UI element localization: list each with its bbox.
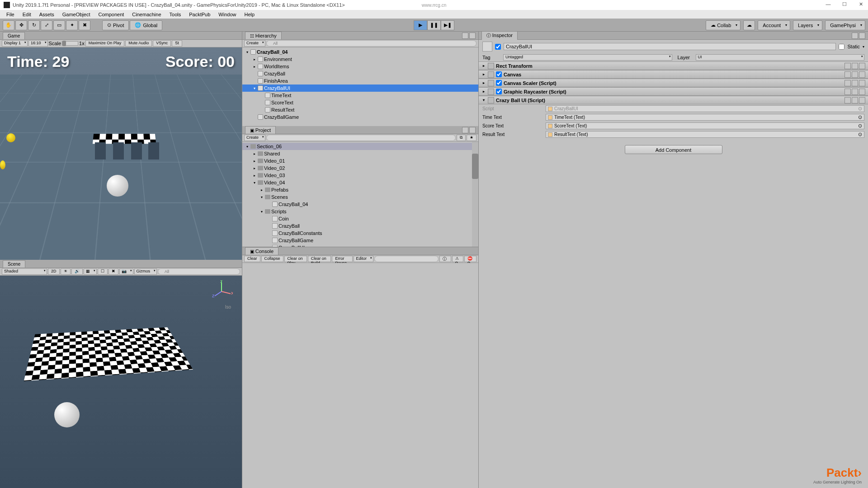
expand-arrow-icon[interactable]: ▸ [252,166,257,170]
project-scrollbar[interactable] [472,142,478,247]
expand-arrow-icon[interactable]: ▸ [252,65,257,69]
project-item[interactable]: ▸Prefabs [242,186,478,193]
gear-icon[interactable] [859,97,865,103]
component-enable-checkbox[interactable] [496,71,502,77]
hierarchy-search[interactable] [266,40,476,47]
inspector-tab[interactable]: ⓘ Inspector [481,31,518,40]
minimize-button[interactable]: — [825,1,832,9]
project-filter-1[interactable]: ⧉ [457,135,466,141]
property-field[interactable]: ScoreText (Text)⊙ [546,122,864,129]
gear-icon[interactable] [859,71,865,78]
console-search[interactable] [374,256,439,262]
console-error-pause[interactable]: Error Pause [332,256,353,262]
property-field[interactable]: ResultText (Text)⊙ [546,131,864,138]
scale-slider[interactable] [62,41,78,46]
component-enable-checkbox[interactable] [496,89,502,94]
aspect-dropdown[interactable]: 16:10 [28,40,48,47]
close-button[interactable]: ✕ [857,1,864,9]
gameobject-name-field[interactable] [504,43,836,50]
hierarchy-lock-icon[interactable] [462,33,468,39]
2d-toggle[interactable]: 2D [48,268,60,275]
console-tab[interactable]: ▣ Console [245,247,278,255]
pause-button[interactable]: ❚❚ [427,20,441,30]
menu-edit[interactable]: Edit [19,11,35,18]
preset-icon[interactable] [852,71,858,78]
project-item[interactable]: CrazyBallUI [242,244,478,247]
account-dropdown[interactable]: Account [758,20,790,30]
step-button[interactable]: ▶❚ [441,20,454,30]
layer-dropdown[interactable]: UI [696,54,865,61]
component-enable-checkbox[interactable] [496,80,502,86]
orientation-gizmo[interactable]: yxz [210,280,233,303]
hierarchy-tab[interactable]: ☷ Hierarchy [245,32,282,39]
help-icon[interactable] [844,63,851,69]
console-info-count[interactable]: ⓘ 0 [439,256,451,262]
console-clear-build[interactable]: Clear on Build [308,256,331,262]
custom-tool[interactable]: ✖ [79,20,90,30]
expand-arrow-icon[interactable]: ▸ [252,152,257,156]
hierarchy-menu-icon[interactable] [469,33,476,39]
game-viewport[interactable]: Time: 29 Score: 00 [0,47,242,260]
add-component-button[interactable]: Add Component [625,145,722,154]
rotate-tool[interactable]: ↻ [28,20,40,30]
menu-gameobject[interactable]: GameObject [59,11,94,18]
expand-arrow-icon[interactable]: ▾ [252,181,257,185]
hierarchy-item[interactable]: ▾CrazyBallUI [242,84,478,92]
tag-dropdown[interactable]: Untagged [503,54,672,61]
console-editor[interactable]: Editor [354,256,373,262]
project-tab[interactable]: ▣ Project [245,126,276,134]
expand-arrow-icon[interactable]: ▸ [481,72,486,76]
console-clear[interactable]: Clear [244,256,260,262]
menu-packtpub[interactable]: PacktPub [185,11,214,18]
layout-dropdown[interactable]: GamePhysi [825,20,865,30]
menu-file[interactable]: File [3,11,18,18]
help-icon[interactable] [844,80,851,86]
project-search[interactable] [266,135,456,141]
hierarchy-item[interactable]: CrazyBallGame [242,113,478,121]
project-item[interactable]: CrazyBallGame [242,237,478,244]
expand-arrow-icon[interactable]: ▸ [481,64,486,68]
hierarchy-item[interactable]: ScoreText [242,99,478,106]
expand-arrow-icon[interactable]: ▸ [252,57,257,61]
project-item[interactable]: CrazyBall_04 [242,201,478,208]
audio-toggle[interactable]: 🔊 [71,268,83,275]
scene-viewport[interactable]: yxz Iso [0,276,242,488]
component-header[interactable]: ▸ Graphic Raycaster (Script) [479,88,868,96]
console-error-count[interactable]: ⛔ 0 [464,256,476,262]
expand-arrow-icon[interactable]: ▸ [481,89,486,94]
display-dropdown[interactable]: Display 1 [2,40,28,47]
hierarchy-item[interactable]: CrazyBall [242,70,478,77]
project-item[interactable]: ▾Scenes [242,193,478,201]
help-icon[interactable] [844,89,851,95]
transform-tool[interactable]: ✦ [66,20,78,30]
project-item[interactable]: ▸Shared [242,150,478,157]
layers-dropdown[interactable]: Layers [793,20,822,30]
collab-dropdown[interactable]: ☁ Collab [706,20,741,30]
grid-toggle[interactable]: ☐ [98,268,108,275]
help-icon[interactable] [844,97,851,103]
fx-dropdown[interactable]: ▦ [84,268,97,275]
project-item[interactable]: Coin [242,215,478,222]
project-menu-icon[interactable] [469,127,476,133]
menu-tools[interactable]: Tools [166,11,185,18]
project-item[interactable]: ▸Video_02 [242,164,478,172]
move-tool[interactable]: ✥ [15,20,27,30]
camera-dropdown[interactable]: 📷 [119,268,133,275]
pivot-toggle[interactable]: ⊙Pivot [102,20,129,30]
maximize-button[interactable]: ☐ [841,1,848,9]
hierarchy-item[interactable]: ▾CrazyBall_04 [242,48,478,56]
snap-toggle[interactable]: ✖ [108,268,118,275]
scene-tab[interactable]: Scene [3,260,25,267]
gear-icon[interactable] [859,80,865,86]
project-create[interactable]: Create [244,135,265,141]
gizmos-dropdown[interactable]: Gizmos [134,268,157,275]
project-lock-icon[interactable] [462,127,468,133]
hierarchy-item[interactable]: ResultText [242,106,478,113]
expand-arrow-icon[interactable]: ▸ [259,188,264,192]
component-header[interactable]: ▸ Canvas Scaler (Script) [479,79,868,87]
static-checkbox[interactable] [839,44,844,50]
expand-arrow-icon[interactable]: ▾ [259,195,264,199]
project-filter-2[interactable]: ★ [467,135,476,141]
play-button[interactable]: ▶ [414,20,427,30]
menu-assets[interactable]: Assets [36,11,58,18]
